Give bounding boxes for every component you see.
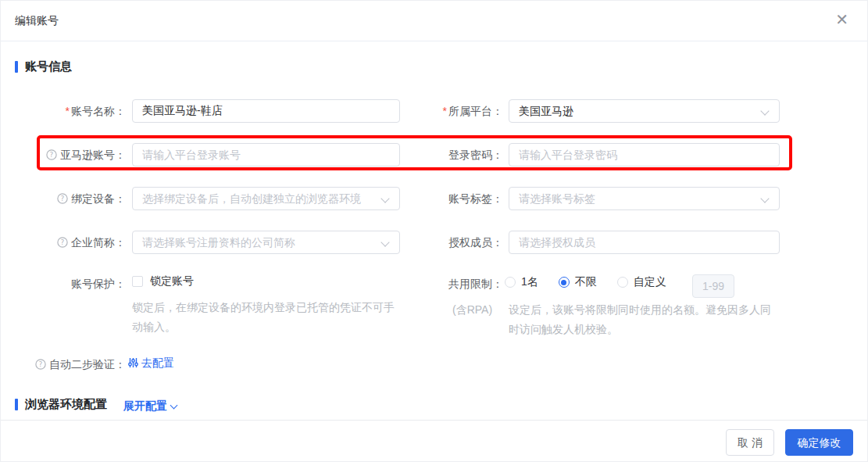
dialog-title: 编辑账号 [15, 14, 59, 28]
question-icon[interactable]: ? [46, 149, 57, 164]
bind-device-select[interactable]: 选择绑定设备后，自动创建独立的浏览器环境 [132, 187, 400, 210]
password-label: 登录密码： [378, 147, 503, 163]
account-name-label: *账号名称： [1, 103, 126, 119]
question-icon[interactable]: ? [35, 358, 46, 374]
password-field [509, 143, 780, 167]
bind-device-label: ?绑定设备： [1, 191, 126, 208]
amazon-account-input[interactable] [133, 144, 399, 166]
account-info-section-header: 账号信息 [15, 59, 72, 74]
browser-env-section-header: 浏览器环境配置 [15, 397, 107, 412]
auth-member-label: 授权成员： [378, 235, 503, 250]
amazon-account-label: ?亚马逊账号： [1, 147, 126, 164]
dialog-header: 编辑账号 ✕ [1, 1, 867, 41]
platform-label: *所属平台： [378, 103, 503, 119]
required-asterisk: * [66, 105, 70, 117]
lock-account-checkbox[interactable]: 锁定账号 [132, 274, 194, 288]
account-tag-label: 账号标签： [378, 191, 503, 206]
svg-text:?: ? [61, 195, 65, 202]
question-icon[interactable]: ? [57, 236, 68, 252]
company-name-select[interactable]: 请选择账号注册资料的公司简称 [132, 231, 400, 254]
chevron-down-icon [170, 401, 178, 409]
share-limit-radio-group: 1名 不限 自定义 [505, 275, 687, 289]
two-step-label: ?自动二步验证： [1, 356, 126, 374]
section-title: 浏览器环境配置 [25, 397, 107, 412]
radio-icon [617, 277, 628, 288]
share-limit-label: 共用限制： [378, 276, 503, 292]
footer-divider [1, 420, 867, 421]
custom-limit-input[interactable] [693, 275, 734, 297]
confirm-button[interactable]: 确定修改 [785, 429, 853, 456]
custom-limit-field [692, 274, 734, 298]
section-marker [15, 61, 18, 73]
radio-option-unlimited[interactable]: 不限 [559, 275, 597, 289]
amazon-account-field [132, 143, 400, 167]
radio-option-1[interactable]: 1名 [505, 275, 538, 289]
radio-selected-icon [559, 277, 570, 288]
svg-text:?: ? [50, 151, 54, 159]
section-marker [15, 399, 18, 410]
close-icon[interactable]: ✕ [835, 12, 848, 27]
password-input[interactable] [509, 144, 779, 166]
section-title: 账号信息 [25, 59, 72, 74]
account-name-field [132, 99, 400, 123]
rpa-note: (含RPA) [452, 300, 492, 320]
svg-text:?: ? [39, 360, 43, 368]
account-name-input[interactable] [133, 100, 399, 122]
expand-config-link[interactable]: 展开配置 [123, 399, 177, 414]
account-tag-select[interactable]: 请选择账号标签 [509, 187, 780, 210]
radio-icon [505, 277, 516, 288]
auth-member-input[interactable] [509, 231, 779, 253]
required-asterisk: * [443, 105, 447, 117]
configure-link[interactable]: 去配置 [128, 356, 174, 371]
cancel-button[interactable]: 取 消 [726, 429, 774, 456]
edit-account-dialog: 编辑账号 ✕ 账号信息 *账号名称： *所属平台： 美国亚马逊 ?亚马逊账号： … [0, 0, 868, 462]
company-name-label: ?企业简称： [1, 235, 126, 252]
auth-member-field [509, 231, 780, 254]
question-icon[interactable]: ? [57, 192, 68, 208]
svg-text:?: ? [61, 238, 65, 246]
account-protect-helper: 锁定后，在绑定设备的环境内登录已托管的凭证不可手动输入。 [132, 298, 402, 337]
sliders-icon [128, 357, 138, 371]
account-protect-label: 账号保护： [1, 276, 126, 292]
radio-option-custom[interactable]: 自定义 [617, 275, 666, 289]
checkbox-icon [132, 276, 143, 287]
platform-select[interactable]: 美国亚马逊 [509, 99, 780, 123]
share-limit-helper: 设定后，该账号将限制同时使用的名额。避免因多人同时访问触发人机校验。 [509, 300, 780, 339]
